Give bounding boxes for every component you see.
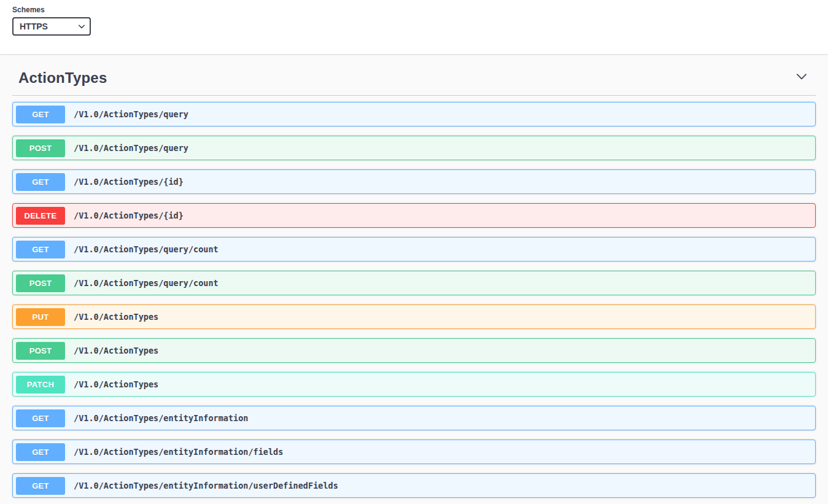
endpoint-path: /V1.0/ActionTypes [74,379,158,389]
tag-header-actiontypes[interactable]: ActionTypes [12,63,816,96]
endpoint-path: /V1.0/ActionTypes [74,312,158,322]
endpoint-path: /V1.0/ActionTypes/entityInformation/user… [74,481,338,490]
method-badge: GET [16,106,65,123]
method-badge: DELETE [16,207,65,225]
endpoint-row[interactable]: GET /V1.0/ActionTypes/entityInformation/… [12,473,816,498]
method-badge: PUT [16,308,65,326]
endpoint-path: /V1.0/ActionTypes/entityInformation/fiel… [74,447,283,457]
endpoint-list: GET /V1.0/ActionTypes/query POST /V1.0/A… [12,101,816,498]
endpoint-row[interactable]: GET /V1.0/ActionTypes/entityInformation [12,406,816,430]
endpoint-path: /V1.0/ActionTypes/query/count [74,278,219,288]
method-badge: GET [16,477,65,495]
tag-title: ActionTypes [18,69,107,87]
method-badge: GET [16,443,65,461]
method-badge: GET [16,173,65,191]
endpoint-path: /V1.0/ActionTypes/query/count [74,244,219,254]
chevron-down-icon [795,70,808,85]
endpoint-row[interactable]: GET /V1.0/ActionTypes/{id} [12,169,816,194]
endpoint-path: /V1.0/ActionTypes/entityInformation [74,413,248,423]
endpoint-path: /V1.0/ActionTypes [74,346,158,355]
endpoint-row[interactable]: POST /V1.0/ActionTypes [12,338,816,363]
endpoint-path: /V1.0/ActionTypes/{id} [74,177,184,187]
method-badge: GET [16,409,65,427]
endpoint-row[interactable]: DELETE /V1.0/ActionTypes/{id} [12,203,816,228]
method-badge: PATCH [16,376,65,394]
endpoint-row[interactable]: GET /V1.0/ActionTypes/query/count [12,237,816,262]
method-badge: POST [16,274,65,292]
method-badge: POST [16,342,65,360]
schemes-bar: Schemes HTTPS [0,0,828,54]
endpoint-row[interactable]: POST /V1.0/ActionTypes/query/count [12,271,816,295]
schemes-label: Schemes [12,6,828,14]
method-badge: POST [16,139,65,157]
endpoint-row[interactable]: POST /V1.0/ActionTypes/query [12,136,816,160]
endpoint-path: /V1.0/ActionTypes/query [74,143,188,153]
endpoint-row[interactable]: PATCH /V1.0/ActionTypes [12,372,816,397]
endpoint-path: /V1.0/ActionTypes/query [74,109,188,119]
endpoint-row[interactable]: GET /V1.0/ActionTypes/query [12,102,816,126]
schemes-select-wrap: HTTPS [12,17,91,36]
endpoint-row[interactable]: PUT /V1.0/ActionTypes [12,304,816,329]
method-badge: GET [16,241,65,258]
collapse-section-button[interactable] [794,69,810,87]
api-section: ActionTypes GET /V1.0/ActionTypes/query … [0,54,828,498]
endpoint-path: /V1.0/ActionTypes/{id} [74,211,184,220]
schemes-select[interactable]: HTTPS [12,17,91,36]
endpoint-row[interactable]: GET /V1.0/ActionTypes/entityInformation/… [12,440,816,464]
